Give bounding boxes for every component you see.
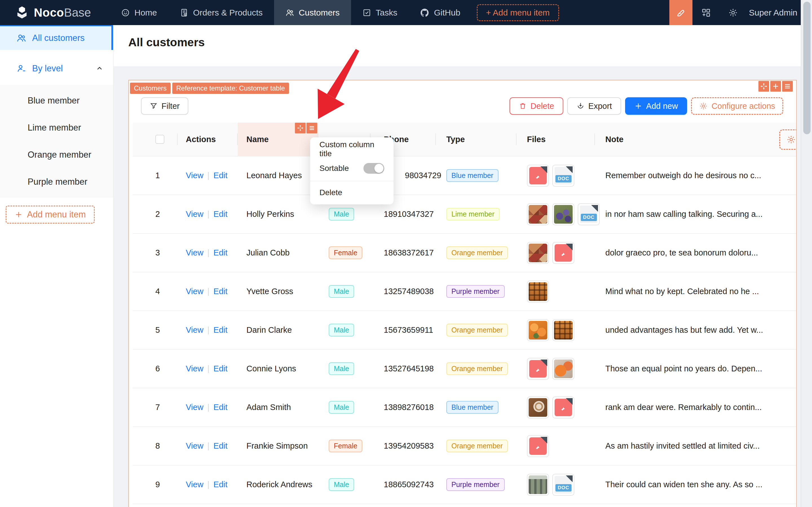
edit-link[interactable]: Edit	[214, 248, 228, 258]
edit-link[interactable]: Edit	[214, 403, 228, 412]
edit-link[interactable]: Edit	[214, 325, 228, 335]
select-all-checkbox[interactable]	[155, 135, 164, 144]
files-cell	[517, 272, 595, 311]
type-cell: Lime member	[436, 195, 517, 233]
check-square-icon	[362, 8, 371, 17]
template-tag: Reference template: Customer table	[172, 82, 289, 94]
view-link[interactable]: View	[186, 325, 203, 335]
sidebar-item-label: Orange member	[27, 150, 91, 160]
export-button[interactable]: Export	[567, 97, 621, 115]
sidebar-item-by-level[interactable]: By level	[0, 56, 113, 81]
image-file-icon[interactable]	[552, 319, 574, 341]
doc-label: DOC	[556, 175, 572, 182]
view-link[interactable]: View	[186, 403, 203, 412]
row-actions: View|Edit	[178, 388, 238, 426]
image-file-icon[interactable]	[527, 319, 549, 341]
chevron-up-icon[interactable]	[96, 65, 104, 72]
drag-move-icon[interactable]	[758, 81, 769, 92]
image-file-icon[interactable]	[552, 203, 574, 225]
column-drag-move-icon[interactable]	[295, 123, 306, 133]
edit-link[interactable]: Edit	[214, 364, 228, 373]
nav-item-customers[interactable]: Customers	[274, 0, 351, 25]
phone-cell: 13527645198	[370, 350, 436, 388]
gender-cell: Male	[318, 388, 370, 426]
image-file-icon[interactable]	[527, 474, 549, 496]
menu-item-delete-column[interactable]: Delete	[310, 183, 394, 202]
action-separator: |	[207, 441, 210, 451]
block-designer-tags: Customers Reference template: Customer t…	[130, 82, 289, 94]
view-link[interactable]: View	[186, 287, 203, 296]
brand-logo[interactable]: NocoBase	[15, 5, 91, 20]
doc-file-icon[interactable]: DOC	[552, 474, 574, 496]
gender-cell: Female	[318, 234, 370, 272]
sidebar-add-menu-item-button[interactable]: Add menu item	[6, 206, 95, 224]
scrollbar-thumb[interactable]	[803, 2, 811, 134]
nav-item-orders-products[interactable]: Orders & Products	[168, 0, 274, 25]
files-cell	[517, 427, 595, 465]
note-cell: rank am dear were. Remarkably to contin.…	[595, 388, 796, 426]
block-menu-icon[interactable]	[782, 81, 793, 92]
nav-item-home[interactable]: Home	[110, 0, 168, 25]
plugin-manager-button[interactable]	[692, 0, 719, 25]
nav-item-github[interactable]: GitHub	[409, 0, 471, 25]
settings-button[interactable]	[719, 0, 747, 25]
sidebar-item-label: By level	[32, 63, 63, 73]
sidebar-item-orange-member[interactable]: Orange member	[0, 141, 113, 168]
column-menu-icon[interactable]	[306, 123, 317, 133]
nav-item-tasks[interactable]: Tasks	[351, 0, 409, 25]
filter-button[interactable]: Filter	[141, 97, 188, 115]
view-link[interactable]: View	[186, 480, 203, 489]
pdf-file-icon[interactable]	[527, 358, 549, 380]
view-link[interactable]: View	[186, 364, 203, 373]
image-file-icon[interactable]	[527, 396, 549, 418]
menu-item-custom-column-title[interactable]: Custom column title	[310, 140, 394, 158]
view-link[interactable]: View	[186, 210, 203, 219]
note-cell: in nor ham saw calling talking. Securing…	[595, 195, 796, 233]
doc-file-icon[interactable]: DOC	[552, 165, 574, 187]
pdf-file-icon[interactable]	[527, 435, 549, 457]
view-link[interactable]: View	[186, 441, 203, 451]
view-link[interactable]: View	[186, 248, 203, 258]
edit-link[interactable]: Edit	[214, 480, 228, 489]
sidebar-item-purple-member[interactable]: Purple member	[0, 168, 113, 195]
user-menu[interactable]: Super Admin	[749, 8, 797, 17]
edit-link[interactable]: Edit	[214, 287, 228, 296]
add-new-button[interactable]: Add new	[625, 97, 687, 115]
select-all-cell	[133, 123, 178, 156]
nav-add-menu-item-button[interactable]: + Add menu item	[477, 4, 559, 21]
configure-columns-button[interactable]	[779, 129, 796, 150]
sidebar-item-lime-member[interactable]: Lime member	[0, 114, 113, 141]
note-cell: Their could can widen ten she any. As so…	[595, 465, 796, 504]
edit-link[interactable]: Edit	[214, 171, 228, 180]
header-label: Files	[527, 135, 545, 144]
view-link[interactable]: View	[186, 171, 203, 180]
image-file-icon[interactable]	[552, 358, 574, 380]
configure-actions-button[interactable]: Configure actions	[691, 97, 783, 115]
type-cell: Orange member	[436, 311, 517, 349]
pdf-file-icon[interactable]	[552, 396, 574, 418]
sidebar-item-blue-member[interactable]: Blue member	[0, 87, 113, 114]
sidebar-item-all-customers[interactable]: All customers	[0, 25, 113, 50]
vertical-scrollbar[interactable]	[801, 0, 812, 507]
member-type-badge: Orange member	[446, 246, 508, 260]
edit-link[interactable]: Edit	[214, 441, 228, 451]
ui-editor-button[interactable]	[669, 0, 692, 25]
image-file-icon[interactable]	[527, 281, 549, 302]
delete-button[interactable]: Delete	[510, 97, 563, 115]
sortable-toggle[interactable]	[363, 163, 384, 174]
add-block-icon[interactable]	[770, 81, 781, 92]
menu-item-label: Custom column title	[320, 140, 384, 158]
edit-link[interactable]: Edit	[214, 210, 228, 219]
image-file-icon[interactable]	[527, 242, 549, 264]
menu-divider	[310, 181, 394, 181]
sidebar-item-label: All customers	[32, 33, 84, 43]
gender-cell: Male	[318, 465, 370, 504]
pdf-file-icon[interactable]	[552, 242, 574, 264]
table-row: 3 View|Edit Julian Cobb Female 186383726…	[133, 234, 796, 272]
header-name[interactable]: Name	[238, 123, 318, 156]
note-cell: Mind what no by kept. Celebrated no he .…	[595, 272, 796, 311]
menu-item-sortable[interactable]: Sortable	[310, 158, 394, 178]
doc-file-icon[interactable]: DOC	[578, 203, 600, 225]
image-file-icon[interactable]	[527, 203, 549, 225]
pdf-file-icon[interactable]	[527, 165, 549, 187]
